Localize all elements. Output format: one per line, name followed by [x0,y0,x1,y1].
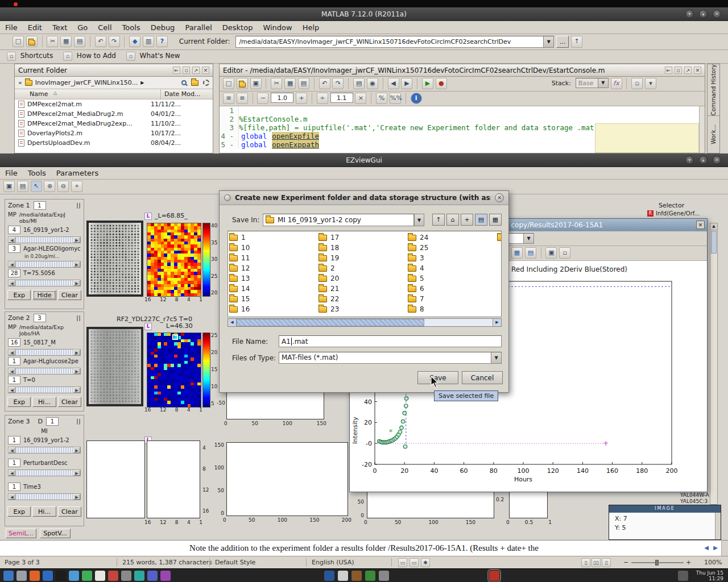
save-view-icon[interactable]: ▣ [545,247,557,259]
copy-icon[interactable]: ▦ [60,36,72,47]
zone3-clear-button[interactable]: Clear [58,506,81,517]
zone1-clear-button[interactable]: Clear [58,290,81,300]
bottom-plate-axes-1[interactable] [86,440,145,518]
taskbar-app-icon[interactable] [30,571,40,581]
multi-page-view-icon[interactable]: ▯▯ [592,558,601,567]
dialog-folder-item[interactable]: 13 [229,273,318,284]
cut-icon[interactable]: ✂ [271,78,282,89]
dialog-folder-item[interactable]: 23 [318,304,408,314]
new-folder-icon[interactable]: + [461,214,473,226]
stack-combobox[interactable]: Base ▼ [576,78,609,88]
edit-plot-icon[interactable]: ↖ [31,181,42,192]
panel-control-icon[interactable]: ▫ [675,66,682,74]
selector-scrollbar[interactable]: ▲ ▼ [710,223,718,512]
dialog-folder-item[interactable]: 9 [497,232,501,243]
zone3-time-slider[interactable]: ◀▶ [8,493,81,500]
taskbar-app-icon[interactable] [351,571,362,581]
new-icon[interactable]: □ [223,78,234,89]
close-icon[interactable]: ✕ [696,221,705,229]
zone2-exp-button[interactable]: Exp [7,397,31,407]
bottom-plate-axes-2[interactable] [147,440,200,518]
zone3-perturbant-index[interactable]: 1 [8,459,20,467]
eval-advance-icon[interactable]: %% [390,93,401,104]
zone1-time-slider[interactable]: ◀▶ [8,280,81,286]
scroll-thumb[interactable] [711,231,717,253]
taskbar-app-icon[interactable] [56,571,66,581]
breadcrumb-forward-icon[interactable]: ▶ [140,80,144,85]
menu-item[interactable]: Window [258,22,297,33]
menu-item[interactable]: Tools [117,22,146,33]
insert-mode-icon[interactable]: ▭ [398,558,407,567]
window-control-icon[interactable]: ▾ [685,10,694,18]
zone3-index-field[interactable]: 1 [46,417,59,426]
menu-item[interactable]: Go [72,22,93,33]
divide-value-icon[interactable]: ÷ [317,93,328,104]
dialog-folder-item[interactable]: 7 [408,294,497,304]
matlab-titlebar[interactable]: MATLAB 7.12.0 (R2011a) ▾▴✕ [0,7,728,21]
value-field-2[interactable]: 1.1 [330,93,353,103]
multiply-value-icon[interactable]: × [355,93,366,104]
taskbar-app-icon[interactable] [379,571,389,581]
semilog-button[interactable]: SemiL... [6,529,36,538]
taskbar-app-icon[interactable] [69,571,79,581]
zone1-media-index[interactable]: 3 [8,244,20,253]
dialog-folder-item[interactable]: 16 [229,304,318,314]
gene-item[interactable]: YAL045C:3 [680,498,709,505]
taskbar-app-icon[interactable] [324,571,334,581]
scroll-left-icon[interactable]: ◀ [228,319,237,326]
tab-command-history[interactable]: Command History [710,64,717,115]
dialog-folder-item[interactable]: 25 [408,243,497,253]
cut-icon[interactable]: ✂ [47,36,58,47]
combo-dropdown-icon[interactable]: ▼ [491,352,501,363]
dialog-folder-item[interactable]: 24 [408,232,497,243]
dialog-folder-item[interactable]: 10 [229,243,318,253]
info-icon[interactable]: i [411,93,422,104]
taskbar-app-icon[interactable] [121,571,131,581]
help-icon[interactable]: ? [156,36,168,47]
book-view-icon[interactable]: ▯ [602,558,611,567]
guide-icon[interactable]: ▥ [143,36,154,47]
zone2-hide-button[interactable]: Hi... [32,397,56,407]
l-marker-icon[interactable]: L [144,213,152,220]
layout-icon[interactable]: ▫ [559,247,570,259]
dialog-folder-item[interactable]: 12 [229,263,318,273]
panel-control-icon[interactable]: ✕ [202,66,209,74]
changes-icon[interactable]: ✱ [421,558,430,567]
menu-item[interactable]: Text [47,22,72,33]
detail-view-icon[interactable]: ▦ [489,214,502,226]
taskbar-app-icon[interactable] [95,571,105,581]
shortcut-whats-new[interactable]: What's New [140,52,180,60]
undo-icon[interactable]: ↶ [319,78,330,89]
scroll-right-icon[interactable]: ▶ [493,319,501,326]
zone1-index-field[interactable]: 1 [34,201,46,210]
panel-control-icon[interactable]: ▫ [183,66,190,74]
zoom-slider-thumb[interactable] [655,560,659,566]
home-icon[interactable]: ⌂ [446,214,459,226]
zone2-media-index[interactable]: 1 [8,357,20,365]
window-control-icon[interactable]: ✕ [713,10,721,18]
print-icon[interactable]: ▤ [17,181,28,192]
selector-filter-row[interactable]: R Infd(Gene/Orf... [647,210,700,217]
column-date[interactable]: Date Mod... [164,90,200,98]
taskbar-app-icon[interactable] [134,571,144,581]
panel-control-icon[interactable]: ↗ [684,66,692,74]
taskbar-app-icon[interactable] [43,571,53,581]
taskbar-clock[interactable]: Thu Jun 15 11:29 [696,570,723,581]
combo-dropdown-icon[interactable]: ▼ [414,214,424,226]
drag-handle-icon[interactable] [77,419,81,425]
dialog-folder-item[interactable]: 3 [408,253,497,263]
combo-dropdown-icon[interactable]: ▼ [598,78,608,88]
menu-item[interactable]: Edit [23,22,47,33]
window-control-icon[interactable]: ▴ [699,10,708,18]
zone3-exp-button[interactable]: Exp [7,506,31,517]
close-icon[interactable]: ✕ [495,193,504,202]
undo-icon[interactable]: ↶ [95,36,106,47]
taskbar-app-icon[interactable] [82,571,92,581]
current-folder-combobox[interactable]: /media/data/EASY/InovImager_jwrCF_WINLin… [235,36,554,48]
taskbar-app-icon[interactable] [678,571,688,581]
grid-view-icon[interactable]: ▤ [525,247,536,259]
editor-panel-header[interactable]: Editor - /media/data/EASY/InovImager_jwr… [220,64,705,77]
panel-control-icon[interactable]: ⇤ [173,66,180,74]
zone2-clear-button[interactable]: Clear [58,397,81,407]
forward-icon[interactable]: ▶ [401,78,412,89]
